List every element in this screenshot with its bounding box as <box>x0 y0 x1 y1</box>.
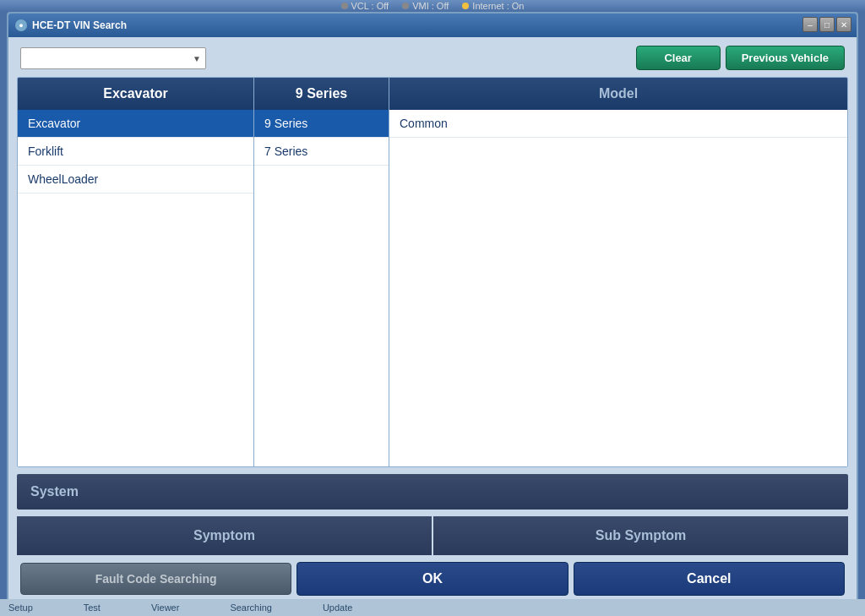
indicators: VCL : Off VMI : Off Internet : On <box>341 1 525 11</box>
window-icon: ● <box>15 19 27 31</box>
toolbar: ▼ Clear Previous Vehicle <box>17 46 848 70</box>
vcl-dot <box>341 3 348 9</box>
dropdown-wrapper: ▼ <box>20 47 206 69</box>
close-button[interactable]: ✕ <box>836 17 851 32</box>
model-item-0[interactable]: Common <box>389 110 847 138</box>
vmi-dot <box>402 3 409 9</box>
symptom-button[interactable]: Symptom <box>17 516 432 555</box>
internet-label: Internet : On <box>472 1 524 11</box>
vcl-label: VCL : Off <box>351 1 389 11</box>
sub-symptom-button[interactable]: Sub Symptom <box>432 516 848 555</box>
title-bar: VCL : Off VMI : Off Internet : On <box>0 0 865 12</box>
toolbar-right: Clear Previous Vehicle <box>636 46 845 70</box>
cancel-button[interactable]: Cancel <box>574 562 845 596</box>
main-panel: DIAG KALA Excavator Excavator Forklift W… <box>17 77 848 467</box>
status-test: Test <box>84 602 101 613</box>
excavator-item-1[interactable]: Forklift <box>18 138 253 166</box>
excavator-item-2[interactable]: WheelLoader <box>18 166 253 194</box>
window-title: HCE-DT VIN Search <box>32 19 127 31</box>
excavator-list: Excavator Forklift WheelLoader <box>18 110 253 466</box>
window-title-bar: ● HCE-DT VIN Search – □ ✕ <box>8 14 857 37</box>
series-item-1[interactable]: 7 Series <box>254 138 389 166</box>
status-bar: Setup Test Viewer Searching Update <box>0 599 865 616</box>
series-item-0[interactable]: 9 Series <box>254 110 389 138</box>
action-bar: Fault Code Searching OK Cancel <box>17 562 848 599</box>
vmi-indicator: VMI : Off <box>402 1 449 11</box>
internet-dot <box>462 3 469 9</box>
previous-vehicle-button[interactable]: Previous Vehicle <box>726 46 845 70</box>
window-controls[interactable]: – □ ✕ <box>802 17 851 32</box>
vcl-indicator: VCL : Off <box>341 1 389 11</box>
status-searching: Searching <box>230 602 272 613</box>
model-list: Common <box>389 110 847 466</box>
maximize-button[interactable]: □ <box>819 17 835 32</box>
status-viewer: Viewer <box>151 602 179 613</box>
series-header: 9 Series <box>254 78 389 110</box>
symptom-row: Symptom Sub Symptom <box>17 516 848 555</box>
excavator-column: Excavator Excavator Forklift WheelLoader <box>18 78 254 466</box>
toolbar-left: ▼ <box>20 47 206 69</box>
vin-dropdown[interactable] <box>20 47 206 69</box>
system-label: System <box>30 484 79 499</box>
model-column: Model Common <box>389 78 847 466</box>
vmi-label: VMI : Off <box>412 1 449 11</box>
status-setup: Setup <box>8 602 33 613</box>
excavator-header: Excavator <box>18 78 253 110</box>
model-header: Model <box>389 78 847 110</box>
main-window: ● HCE-DT VIN Search – □ ✕ ▼ Clear Previo… <box>7 12 858 609</box>
series-list: 9 Series 7 Series <box>254 110 389 466</box>
system-bar: System <box>17 474 848 510</box>
window-body: ▼ Clear Previous Vehicle <box>8 37 857 608</box>
fault-code-searching-button[interactable]: Fault Code Searching <box>20 563 291 595</box>
internet-indicator: Internet : On <box>462 1 524 11</box>
minimize-button[interactable]: – <box>802 17 818 32</box>
status-update: Update <box>323 602 352 613</box>
ok-button[interactable]: OK <box>296 562 568 596</box>
series-column: 9 Series 9 Series 7 Series <box>254 78 389 466</box>
clear-button[interactable]: Clear <box>636 46 721 70</box>
excavator-item-0[interactable]: Excavator <box>18 110 253 138</box>
